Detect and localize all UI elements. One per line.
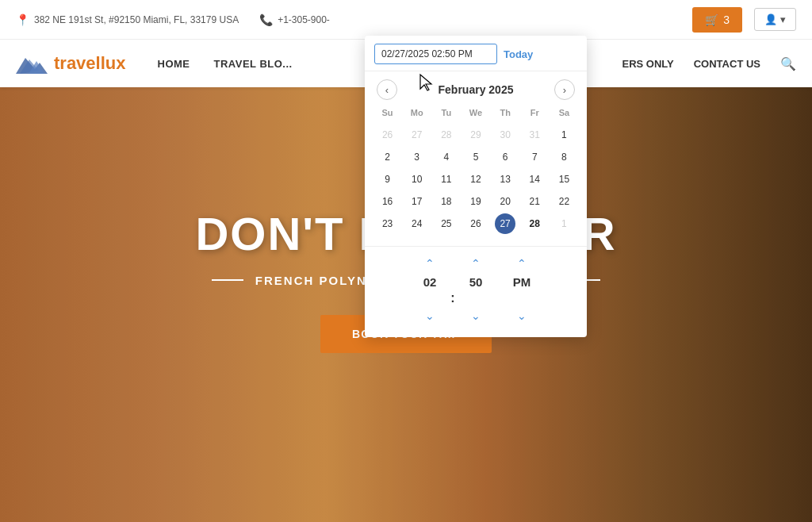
time-up-arrows: ⌃ ⌃ ⌃	[373, 256, 579, 272]
cal-day[interactable]: 1	[550, 124, 579, 146]
cal-day[interactable]: 23	[373, 213, 402, 235]
cal-day[interactable]: 18	[431, 190, 461, 213]
address-text: 382 NE 191st St, #92150 Miami, FL, 33179…	[34, 14, 239, 25]
minutes-value-block: 50	[461, 275, 491, 305]
calendar-header: ‹ February 2025 ›	[365, 71, 587, 105]
week-3: 9 10 11 12 13 14 15	[373, 168, 579, 190]
cal-day[interactable]: 31	[520, 124, 550, 146]
search-icon: 🔍	[780, 57, 796, 71]
cal-day[interactable]: 22	[550, 190, 579, 213]
cal-day[interactable]: 5	[461, 146, 490, 168]
cal-day[interactable]: 19	[461, 190, 490, 213]
cal-day[interactable]: 25	[431, 213, 461, 235]
account-button[interactable]: 👤 ▾	[754, 8, 796, 31]
search-button[interactable]: 🔍	[780, 56, 796, 71]
calendar-grid: Su Mo Tu We Th Fr Sa 26 27 28 29 30 31 1…	[365, 105, 587, 241]
hours-block: ⌃	[415, 256, 445, 272]
cal-day[interactable]: 24	[402, 213, 431, 235]
minutes-down-block: ⌄	[461, 309, 491, 324]
cal-day[interactable]: 8	[550, 146, 579, 168]
time-values: 02 : 50 PM	[373, 275, 579, 305]
dow-tu: Tu	[431, 105, 461, 121]
nav-link-travel-blog[interactable]: TRAVEL BLO...	[214, 58, 293, 70]
nav-item-travel-blog[interactable]: TRAVEL BLO...	[214, 56, 293, 71]
prev-month-button[interactable]: ‹	[377, 79, 397, 100]
time-sep-bottom	[445, 309, 461, 324]
hours-down-button[interactable]: ⌄	[425, 309, 435, 323]
month-year-label: February 2025	[439, 83, 514, 96]
ampm-value-block: PM	[507, 275, 537, 305]
dow-th: Th	[491, 105, 520, 121]
week-1: 26 27 28 29 30 31 1	[373, 124, 579, 146]
nav-right: ERS ONLY CONTACT US 🔍	[622, 56, 796, 71]
user-icon: 👤	[764, 13, 777, 25]
dow-we: We	[461, 105, 490, 121]
cal-day[interactable]: 13	[491, 168, 520, 190]
cal-day[interactable]: 11	[431, 168, 461, 190]
nav-link-contact-us[interactable]: CONTACT US	[694, 58, 760, 70]
cal-day[interactable]: 30	[491, 124, 520, 146]
location-icon: 📍	[16, 13, 29, 26]
datetime-input[interactable]	[374, 44, 497, 64]
week-5: 23 24 25 26 27 28 1	[373, 213, 579, 235]
cart-button[interactable]: 🛒 3	[692, 7, 742, 33]
logo[interactable]: travellux	[16, 52, 126, 75]
hours-value-block: 02	[415, 275, 445, 305]
cal-day[interactable]: 14	[520, 168, 550, 190]
cal-day[interactable]: 15	[550, 168, 579, 190]
cal-day[interactable]: 3	[402, 146, 431, 168]
cal-day[interactable]: 20	[491, 190, 520, 213]
colon-separator: :	[445, 275, 461, 305]
cal-day[interactable]: 17	[402, 190, 431, 213]
cal-day[interactable]: 9	[373, 168, 402, 190]
logo-icon	[16, 52, 48, 75]
cal-day[interactable]: 28	[431, 124, 461, 146]
datetime-input-row: Today	[365, 36, 587, 71]
cal-day[interactable]: 6	[491, 146, 520, 168]
cal-day[interactable]: 26	[461, 213, 490, 235]
cart-count: 3	[723, 13, 730, 26]
ampm-block: ⌃	[507, 256, 537, 272]
cal-day[interactable]: 29	[461, 124, 490, 146]
phone-text: +1-305-900-	[278, 14, 330, 25]
hours-up-button[interactable]: ⌃	[425, 256, 435, 271]
ampm-down-button[interactable]: ⌄	[517, 309, 527, 323]
day-of-week-row: Su Mo Tu We Th Fr Sa	[373, 105, 579, 121]
nav-item-home[interactable]: HOME	[158, 56, 190, 71]
ampm-value: PM	[511, 275, 533, 289]
cal-day[interactable]: 7	[520, 146, 550, 168]
dow-sa: Sa	[550, 105, 579, 121]
cal-day[interactable]: 16	[373, 190, 402, 213]
cal-day[interactable]: 12	[461, 168, 490, 190]
hero-line-left	[212, 279, 243, 281]
dow-fr: Fr	[520, 105, 550, 121]
cal-day[interactable]: 26	[373, 124, 402, 146]
cal-day[interactable]: 2	[373, 146, 402, 168]
next-month-button[interactable]: ›	[554, 79, 575, 100]
nav-link-home[interactable]: HOME	[158, 58, 190, 70]
dow-su: Su	[373, 105, 402, 121]
nav-link-members-only[interactable]: ERS ONLY	[622, 58, 673, 70]
calendar-divider	[365, 246, 587, 247]
logo-text: travellux	[54, 53, 126, 74]
today-link[interactable]: Today	[504, 48, 533, 60]
cal-day-selected[interactable]: 27	[495, 213, 515, 234]
hours-down-block: ⌄	[415, 309, 445, 324]
cal-day[interactable]: 27	[402, 124, 431, 146]
minutes-up-button[interactable]: ⌃	[471, 256, 481, 271]
cal-day[interactable]: 4	[431, 146, 461, 168]
cal-day[interactable]: 21	[520, 190, 550, 213]
hours-value: 02	[419, 275, 441, 289]
minutes-value: 50	[465, 275, 487, 289]
cal-day[interactable]: 28	[520, 213, 550, 235]
cal-day[interactable]: 10	[402, 168, 431, 190]
minutes-down-button[interactable]: ⌄	[471, 309, 481, 323]
top-bar: 📍 382 NE 191st St, #92150 Miami, FL, 331…	[0, 0, 812, 40]
time-section: ⌃ ⌃ ⌃ 02 : 50 PM ⌄	[365, 251, 587, 337]
ampm-up-button[interactable]: ⌃	[517, 256, 527, 271]
week-2: 2 3 4 5 6 7 8	[373, 146, 579, 168]
contact-info: 📍 382 NE 191st St, #92150 Miami, FL, 331…	[16, 13, 330, 26]
cal-day[interactable]: 1	[550, 213, 579, 235]
calendar-popup: Today ‹ February 2025 › Su Mo Tu We Th F…	[365, 36, 587, 337]
account-chevron: ▾	[780, 13, 786, 25]
